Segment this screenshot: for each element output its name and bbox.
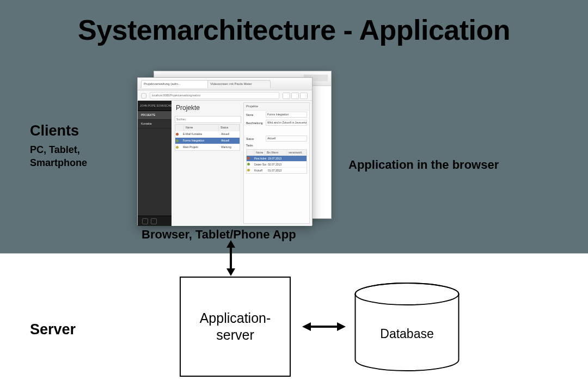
- detail-panel-title: Projekte: [244, 103, 309, 111]
- application-server-label: Application- server: [200, 310, 271, 344]
- field-name-value[interactable]: Forms Integration: [266, 112, 307, 118]
- field-status-value[interactable]: Aktuell: [266, 136, 307, 142]
- arrow-client-server: [224, 240, 237, 276]
- table-row[interactable]: Daten Sources02.07.2013: [247, 161, 307, 167]
- sidebar-footer: [138, 216, 171, 226]
- clients-subheading: PC, Tablet, Smartphone: [30, 143, 87, 170]
- database-label: Database: [354, 327, 460, 341]
- arrow-appserver-db: [302, 320, 346, 333]
- sidebar-item-contacts[interactable]: Kontakte: [138, 120, 171, 128]
- browser-tabbar: Projektverwaltung (adm... Videoscreen mi…: [138, 78, 312, 90]
- clients-heading: Clients: [30, 122, 79, 139]
- browser-tab-2[interactable]: Videoscreen mit Paula Meier: [207, 80, 271, 88]
- app-main: Projekte Suchen Name Status E-Mail Konta…: [171, 101, 312, 226]
- tasks-col-name[interactable]: Name: [254, 150, 265, 155]
- browser-tab-1[interactable]: Projektverwaltung (adm...: [141, 80, 210, 88]
- sidebar-footer-icon[interactable]: [151, 218, 157, 224]
- sidebar-footer-icon[interactable]: [142, 218, 148, 224]
- table-row[interactable]: Mein ProjektWartung: [175, 144, 240, 150]
- table-row[interactable]: E-Mail KontakteAktuell: [175, 131, 240, 137]
- app-sidebar: JOHN POPE SONNSCHEIN PROJEKTE Kontakte: [138, 101, 171, 226]
- field-tasks-label: Tasks: [246, 144, 266, 147]
- svg-marker-1: [226, 240, 235, 248]
- sidebar-user: JOHN POPE SONNSCHEIN: [138, 101, 171, 111]
- page-title: Systemarchitecture - Application: [0, 14, 588, 46]
- grid-col-status[interactable]: Status: [219, 125, 240, 131]
- projects-grid: Name Status E-Mail KontakteAktuellForms …: [175, 124, 240, 151]
- clients-screenshot: Projektverwaltung (adm... Videoscreen mi…: [137, 71, 330, 224]
- field-desc-value[interactable]: Wird wird in Zukunft in Java entwickelt: [266, 120, 307, 126]
- browser-addressbar: localhost:8080/Projektverwaltung/web/ui: [138, 90, 312, 101]
- svg-marker-5: [337, 322, 346, 331]
- browser-caption: Browser, Tablet/Phone App: [142, 228, 296, 242]
- table-row[interactable]: First Admin View19.07.2013: [247, 155, 307, 161]
- application-server-box: Application- server: [180, 277, 291, 377]
- tier-divider: [0, 253, 588, 254]
- sidebar-item-projects[interactable]: PROJEKTE: [138, 111, 171, 120]
- detail-panel: Projekte Name Forms Integration Beschrei…: [243, 102, 310, 224]
- field-desc-label: Beschreibung: [246, 121, 266, 125]
- address-input[interactable]: localhost:8080/Projektverwaltung/web/ui: [150, 92, 279, 99]
- table-row[interactable]: Forms IntegrationAktuell: [175, 137, 240, 144]
- field-status-label: Status: [246, 137, 266, 140]
- grid-col-name[interactable]: Name: [184, 125, 219, 131]
- tasks-col-resp[interactable]: verantwortl.: [287, 150, 307, 155]
- projects-search-input[interactable]: Suchen: [175, 116, 241, 123]
- tasks-col-due[interactable]: Bis Wann: [265, 150, 287, 155]
- svg-marker-4: [302, 322, 311, 331]
- app-in-browser-label: Application in the browser: [348, 158, 499, 172]
- table-row[interactable]: Kickoff01.07.2013: [247, 167, 307, 173]
- app-page-title: Projekte: [176, 104, 200, 112]
- server-heading: Server: [30, 321, 76, 338]
- svg-marker-2: [226, 268, 235, 276]
- field-name-label: Name: [246, 113, 266, 117]
- window-front: Projektverwaltung (adm... Videoscreen mi…: [137, 77, 313, 225]
- tasks-grid: Name Bis Wann verantwortl. First Admin V…: [246, 149, 307, 174]
